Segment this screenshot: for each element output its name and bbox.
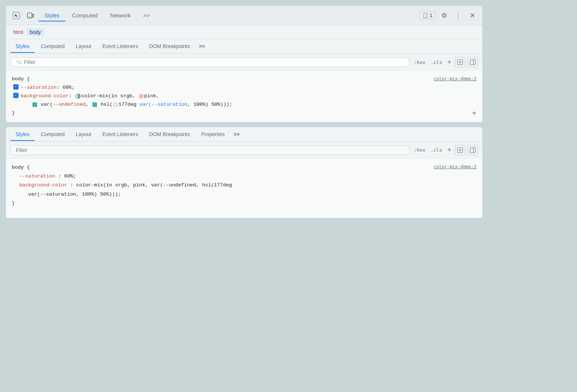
checkbox-saturation[interactable]	[13, 84, 18, 89]
color-mix-swatch[interactable]	[75, 94, 81, 99]
plain-value-bg-cont-2: var(--saturation, 100%) 50%)));	[28, 192, 121, 197]
prop-value-bg-4: ,	[86, 101, 92, 109]
code-body-2: --saturation : 60%; background-color : c…	[12, 172, 476, 199]
notification-badge[interactable]: 📋 1	[419, 11, 436, 20]
code-line-bg-2: background-color : color-mix(in srgb, pi…	[19, 181, 476, 190]
prop-var-undefined: --undefined	[53, 101, 86, 109]
plain-prop-bg-2: background-color	[19, 182, 67, 188]
close-brace-2: }	[12, 200, 15, 206]
add-style-btn-1[interactable]: +	[446, 58, 453, 67]
tab-more-1[interactable]: >>	[196, 40, 208, 52]
pink-swatch[interactable]	[139, 94, 144, 98]
panel2: Styles Computed Layout Event Listeners D…	[6, 127, 482, 218]
menu-icon[interactable]: ⋮	[453, 10, 464, 21]
code-prop-bg-cont: var( --undefined , hsl( 177deg var(--sat…	[32, 101, 476, 109]
prop-name-bg: background-color	[21, 92, 69, 101]
panel2-tabs: Styles Computed Layout Event Listeners D…	[6, 127, 482, 142]
tab-styles-1[interactable]: Styles	[10, 40, 35, 53]
tab-event-listeners-1[interactable]: Event Listeners	[97, 40, 144, 53]
prop-value-bg-6: 177deg	[118, 101, 139, 109]
filter-input-1[interactable]	[24, 59, 404, 65]
top-bar: Styles Computed Network >> 📋 1 ⚙ ⋮ ✕	[6, 6, 482, 25]
checkbox-bg[interactable]	[13, 93, 18, 98]
add-style-btn-2[interactable]: +	[446, 145, 453, 155]
tab-styles-2[interactable]: Styles	[10, 128, 35, 141]
prop-bg-content: background-color : color-mix(in srgb, pi…	[21, 92, 159, 101]
filter-bar-1: ⌥ :hov .cls +	[6, 54, 482, 71]
tab-layout-2[interactable]: Layout	[71, 128, 97, 141]
code-close-brace-1: }	[12, 109, 476, 118]
tab-computed-2[interactable]: Computed	[36, 128, 70, 141]
filter-actions-2: :hov .cls +	[412, 145, 478, 155]
filter-input-2[interactable]	[16, 147, 404, 153]
filter-input-wrap-1[interactable]: ⌥	[10, 57, 409, 67]
tab-console[interactable]: Computed	[66, 10, 104, 21]
plain-value-bg-2: : color-mix(in srgb, pink, var(--undefin…	[70, 182, 232, 188]
prop-colon-bg: :	[69, 92, 75, 101]
code-area-1: color-mix-demo:2 body { --saturation : 6…	[6, 71, 482, 122]
close-brace-1: }	[12, 109, 15, 118]
prop-value-bg-5: hsl(	[98, 101, 113, 109]
prop-link-saturation[interactable]: var(--saturation	[139, 101, 188, 109]
svg-rect-7	[470, 60, 475, 65]
filter-actions-1: :hov .cls +	[412, 57, 478, 67]
code-area-2: color-mix-demo:2 body { --saturation : 6…	[6, 159, 482, 218]
filter-input-wrap-2[interactable]	[10, 145, 409, 155]
tab-more[interactable]: >>	[137, 10, 156, 21]
svg-rect-1	[27, 13, 32, 18]
notification-icon: 📋	[422, 13, 428, 18]
source-link-2[interactable]: color-mix-demo:2	[433, 163, 476, 171]
element-state-btn-2[interactable]	[455, 145, 465, 155]
tab-computed-1[interactable]: Computed	[36, 40, 70, 53]
code-selector-2: body {	[12, 165, 30, 170]
hov-btn-1[interactable]: :hov	[412, 59, 427, 66]
white-circle-swatch[interactable]	[113, 102, 118, 107]
prop-value-bg-7: , 100%) 50%)));	[188, 101, 233, 109]
code-selector-line-1: body {	[12, 75, 476, 84]
teal-rect-swatch[interactable]	[33, 102, 37, 107]
code-selector-line-2: body {	[12, 163, 476, 172]
prop-value-bg-3: var(	[38, 101, 53, 109]
element-state-btn-1[interactable]	[455, 57, 465, 67]
tab-event-listeners-2[interactable]: Event Listeners	[97, 128, 144, 141]
settings-icon[interactable]: ⚙	[439, 10, 450, 21]
svg-rect-2	[33, 14, 34, 17]
prop-name-saturation: --saturation	[21, 84, 57, 92]
code-prop-saturation: --saturation : 60%;	[13, 84, 476, 92]
tab-network[interactable]: Network	[104, 10, 136, 21]
sidebar-btn-1[interactable]	[468, 57, 478, 67]
plain-prop-saturation-2: --saturation	[19, 173, 55, 179]
devtools-wrapper: Styles Computed Network >> 📋 1 ⚙ ⋮ ✕ htm…	[0, 0, 488, 224]
source-link-1[interactable]: color-mix-demo:2	[433, 75, 476, 82]
prop-value-bg-1: color-mix(in srgb,	[81, 92, 138, 101]
tab-dom-breakpoints-1[interactable]: DOM Breakpoints	[144, 40, 195, 53]
breadcrumb: html body	[6, 25, 482, 39]
top-bar-right: 📋 1 ⚙ ⋮ ✕	[419, 10, 478, 21]
tab-elements[interactable]: Styles	[38, 10, 65, 21]
cls-btn-1[interactable]: .cls	[429, 59, 443, 66]
close-icon[interactable]: ✕	[467, 10, 478, 21]
breadcrumb-html[interactable]: html	[10, 28, 26, 36]
tab-more-2[interactable]: >>	[231, 128, 243, 140]
filter-icon-1: ⌥	[16, 59, 22, 65]
code-prop-bg: background-color : color-mix(in srgb, pi…	[13, 92, 476, 101]
svg-rect-12	[470, 148, 475, 153]
plain-value-saturation-2: : 60%;	[58, 173, 76, 179]
tab-dom-breakpoints-2[interactable]: DOM Breakpoints	[144, 128, 195, 141]
tab-layout-1[interactable]: Layout	[71, 40, 97, 53]
notification-count: 1	[430, 13, 432, 18]
cls-btn-2[interactable]: .cls	[429, 146, 443, 153]
tab-properties-2[interactable]: Properties	[196, 128, 230, 141]
device-icon[interactable]	[24, 10, 36, 21]
add-property-btn-1[interactable]: +	[472, 110, 476, 118]
breadcrumb-body[interactable]: body	[27, 28, 44, 36]
code-line-bg-cont-2: var(--saturation, 100%) 50%)));	[19, 190, 476, 199]
cursor-icon[interactable]	[10, 10, 22, 21]
prop-colon-saturation: : 60%;	[57, 84, 75, 92]
filter-bar-2: :hov .cls +	[6, 142, 482, 159]
sidebar-btn-2[interactable]	[468, 145, 478, 155]
code-close-brace-2: }	[12, 199, 476, 208]
teal-rect-swatch-2[interactable]	[92, 102, 97, 107]
prop-saturation-content: --saturation : 60%;	[21, 84, 75, 92]
hov-btn-2[interactable]: :hov	[412, 146, 427, 153]
